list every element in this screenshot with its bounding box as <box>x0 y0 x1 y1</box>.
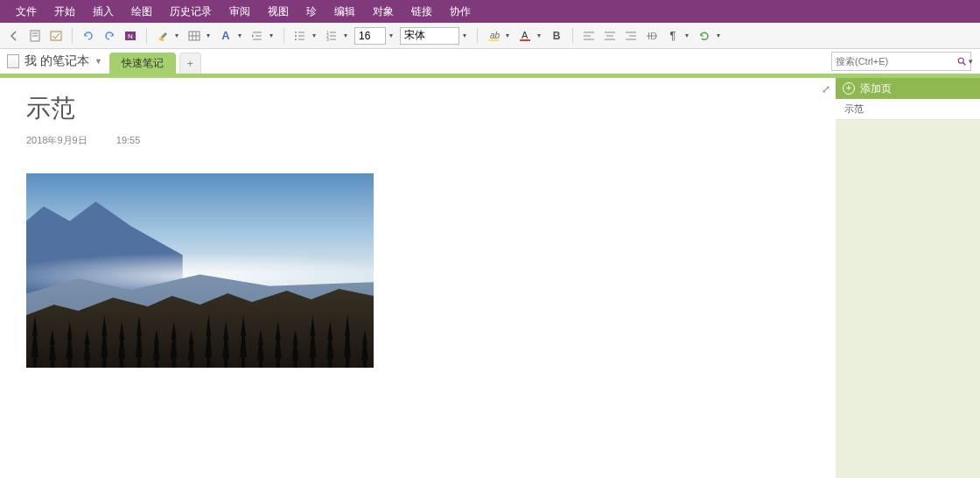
menu-审阅[interactable]: 审阅 <box>220 0 259 23</box>
font-color-dropdown[interactable]: ▾ <box>537 32 544 39</box>
onenote-icon[interactable]: N <box>122 27 139 45</box>
font-name-input[interactable] <box>400 27 459 45</box>
svg-point-15 <box>295 39 297 40</box>
todo-icon[interactable] <box>47 27 65 45</box>
plus-icon: + <box>843 82 855 95</box>
add-page-label: 添加页 <box>860 81 892 96</box>
font-style-dropdown[interactable]: ▾ <box>238 32 245 39</box>
notebook-dropdown-icon: ▼ <box>94 57 102 66</box>
page-item-label: 示范 <box>844 103 864 114</box>
svg-point-40 <box>958 58 963 63</box>
svg-text:3: 3 <box>326 37 329 42</box>
align-center-icon[interactable] <box>601 27 619 45</box>
notebook-icon <box>7 54 19 68</box>
font-style-icon[interactable]: A <box>217 27 234 45</box>
menu-开始[interactable]: 开始 <box>46 0 84 23</box>
search-input[interactable] <box>836 56 956 67</box>
svg-text:N: N <box>128 32 133 40</box>
back-icon[interactable] <box>5 27 23 45</box>
strikethrough-icon[interactable]: ID <box>643 27 661 45</box>
menu-历史记录[interactable]: 历史记录 <box>161 0 220 23</box>
note-image[interactable] <box>26 173 374 368</box>
font-size-input[interactable] <box>354 27 386 45</box>
notebook-selector[interactable]: 我 的笔记本 ▼ <box>0 53 109 69</box>
menu-对象[interactable]: 对象 <box>364 0 402 23</box>
menu-视图[interactable]: 视图 <box>259 0 298 23</box>
highlight-icon[interactable] <box>154 27 172 45</box>
align-right-icon[interactable] <box>622 27 640 45</box>
redo-icon[interactable] <box>101 27 118 45</box>
text-highlight-dropdown[interactable]: ▾ <box>506 32 513 39</box>
search-icon[interactable]: ▾ <box>956 56 973 67</box>
page-meta: 2018年9月9日 19:55 <box>26 134 809 147</box>
svg-rect-26 <box>488 39 499 41</box>
page-title[interactable]: 示范 <box>26 92 809 125</box>
add-page-button[interactable]: + 添加页 <box>836 78 980 99</box>
bullets-icon[interactable] <box>291 27 309 45</box>
notebook-title: 我 的笔记本 <box>24 53 89 69</box>
menu-协作[interactable]: 协作 <box>441 0 480 23</box>
tab-label: 快速笔记 <box>122 56 164 71</box>
menu-插入[interactable]: 插入 <box>84 0 122 23</box>
svg-line-41 <box>963 63 966 66</box>
bold-icon[interactable]: B <box>548 27 565 45</box>
paragraph-dropdown[interactable]: ▾ <box>685 32 692 39</box>
menu-绘图[interactable]: 绘图 <box>122 0 161 23</box>
menubar: 文件开始插入绘图历史记录审阅视图珍编辑对象链接协作 <box>0 0 980 23</box>
indent-dropdown[interactable]: ▾ <box>270 32 276 39</box>
table-dropdown[interactable]: ▾ <box>206 32 214 39</box>
table-icon[interactable] <box>186 27 203 45</box>
highlight-dropdown[interactable]: ▾ <box>175 32 182 39</box>
undo-icon[interactable] <box>80 27 97 45</box>
notebook-bar: 我 的笔记本 ▼ 快速笔记 + ▾ <box>0 49 980 74</box>
page-list: 示范 <box>836 99 980 478</box>
refresh-dropdown[interactable]: ▾ <box>717 32 724 39</box>
side-panel: + 添加页 示范 <box>836 78 980 478</box>
menu-编辑[interactable]: 编辑 <box>326 0 364 23</box>
font-name-dropdown[interactable]: ▾ <box>463 32 470 39</box>
expand-icon[interactable]: ⤢ <box>822 83 830 95</box>
tab-quicknotes[interactable]: 快速笔记 <box>109 53 176 74</box>
bullets-dropdown[interactable]: ▾ <box>312 32 319 39</box>
main-area: ⤢ 示范 2018年9月9日 19:55 + 添加页 示范 <box>0 78 980 478</box>
numbering-icon[interactable]: 123 <box>323 27 340 45</box>
paragraph-icon[interactable]: ¶ <box>664 27 682 45</box>
section-tabs: 快速笔记 + <box>109 49 201 74</box>
menu-珍[interactable]: 珍 <box>298 0 326 23</box>
svg-point-14 <box>295 35 297 37</box>
svg-rect-28 <box>520 39 530 41</box>
search-box[interactable]: ▾ <box>831 52 971 71</box>
svg-text:A: A <box>522 30 528 40</box>
font-size-dropdown[interactable]: ▾ <box>389 32 396 39</box>
page-time: 19:55 <box>116 135 141 145</box>
font-color-icon[interactable]: A <box>516 27 534 45</box>
svg-rect-3 <box>51 32 61 40</box>
notes-icon[interactable] <box>26 27 44 45</box>
numbering-dropdown[interactable]: ▾ <box>344 32 351 39</box>
page-list-item[interactable]: 示范 <box>836 99 980 120</box>
toolbar: N ▾ ▾ A ▾ ▾ ▾ 123 ▾ ▾ ▾ ab ▾ A ▾ B ID ¶ … <box>0 23 980 49</box>
page-date: 2018年9月9日 <box>26 135 88 145</box>
page-content[interactable]: ⤢ 示范 2018年9月9日 19:55 <box>0 78 836 478</box>
svg-text:ab: ab <box>490 31 500 40</box>
refresh-icon[interactable] <box>696 27 713 45</box>
align-left-icon[interactable] <box>580 27 598 45</box>
menu-链接[interactable]: 链接 <box>402 0 441 23</box>
svg-point-13 <box>295 32 297 33</box>
tab-add[interactable]: + <box>179 53 201 74</box>
add-icon: + <box>187 58 193 70</box>
menu-文件[interactable]: 文件 <box>7 0 46 23</box>
text-highlight-icon[interactable]: ab <box>485 27 502 45</box>
indent-icon[interactable] <box>248 27 266 45</box>
